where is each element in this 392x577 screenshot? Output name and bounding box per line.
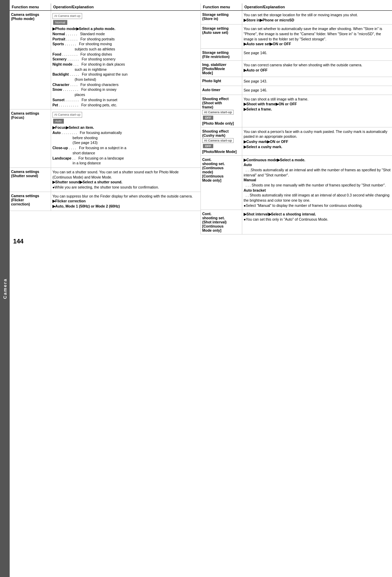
function-cell: Shooting effect(Cushy mark) At Camera st… (201, 127, 242, 155)
table-row: Camera settings(Flickercorrection) You c… (10, 192, 200, 211)
left-header-function: Function menu (10, 3, 51, 10)
operation-cell: See page 143. (242, 77, 392, 86)
function-name: Shooting effect(Cushy mark) (202, 129, 228, 137)
table-row: Storage setting(Store in) You can set th… (201, 11, 392, 25)
default-badge-row: Auto (52, 119, 199, 125)
mode-auto: Auto (244, 162, 391, 167)
function-cell: Storage setting(Store in) (201, 11, 242, 24)
function-cell: Img. stabilizer[Photo/MovieMode] (201, 61, 242, 77)
function-name: Camera settings(Photo mode) (11, 12, 39, 21)
default-badge-row: Normal (52, 20, 199, 26)
function-name: Camera settings(Focus) (11, 111, 39, 119)
operation-line: ▶Continuous mode▶Select a mode. (244, 157, 391, 163)
table-row: Photo light See page 143. (201, 77, 392, 86)
function-cell: Auto timer (201, 86, 242, 95)
function-cell: Storage setting(File restriction) (201, 49, 242, 60)
table-row: Camera settings(Photo mode) At Camera st… (10, 11, 200, 109)
function-name: Auto timer (202, 88, 220, 92)
mode-manual: Manual (244, 177, 391, 183)
mode-auto-bracket-desc: . . Shoots automatically nine still imag… (244, 193, 391, 203)
operation-line: ▶Photo mode▶Select a photo mode. (52, 26, 199, 31)
default-badge: OFF (203, 116, 213, 120)
bullet-line: ●While you are selecting, the shutter to… (52, 185, 199, 190)
page-number: 144 (13, 238, 392, 245)
function-name: Cont.shooting set.(Shot interval)[Contin… (202, 212, 227, 232)
function-cell: Camera settings(Flickercorrection) (10, 192, 51, 211)
operation-cell: You can set whether to automatically sav… (242, 25, 392, 48)
badge-row: At Camera start-up (202, 110, 241, 115)
operation-text: You can correct camera shake for when sh… (244, 62, 391, 68)
function-cell: Storage setting(Auto save set) (201, 25, 242, 48)
left-column: Function menu Operation/Explanation Came… (10, 3, 201, 234)
operation-text: You can shoot a person's face with a cus… (244, 129, 391, 139)
right-header-function: Function menu (201, 3, 242, 10)
right-table-header: Function menu Operation/Explanation (201, 3, 392, 11)
right-column: Function menu Operation/Explanation Stor… (201, 3, 392, 234)
badge-row: At Camera start-up (52, 112, 199, 118)
two-col-table: Function menu Operation/Explanation Came… (10, 3, 392, 234)
function-cell: Camera settings(Focus) (10, 109, 51, 167)
operation-line: ▶Focus▶Select an item. (52, 125, 199, 130)
operation-text: See page 146. (244, 50, 391, 56)
table-row: Shooting effect(Shoot withframe) At Came… (201, 95, 392, 127)
function-cell: Camera settings(Shutter sound) (10, 168, 51, 192)
operation-line: ▶Shoot with frame▶ON or OFF (244, 102, 391, 107)
operation-line: ▶Select a frame. (244, 107, 391, 112)
operation-text: You can set a shutter sound. You can set… (52, 170, 199, 180)
mode-auto-desc: . . .Shoots automatically at an interval… (244, 167, 391, 177)
left-table-header: Function menu Operation/Explanation (10, 3, 200, 11)
operation-text: See page 146. (244, 88, 391, 93)
function-name: Cont.shooting set.(Continuousmode)[Conti… (202, 157, 225, 182)
operation-line: ▶Store in▶Phone or microSD (244, 18, 391, 23)
operation-cell: You can shoot a still image with a frame… (242, 95, 392, 127)
page-container: Camera Function menu Operation/Explanati… (0, 0, 392, 577)
main-content: Function menu Operation/Explanation Came… (10, 3, 392, 245)
table-row: Auto timer See page 146. (201, 86, 392, 95)
bracket-label: [Photo Mode only] (202, 121, 234, 125)
operation-cell: You can correct camera shake for when sh… (242, 61, 392, 77)
camera-sidebar: Camera (0, 0, 10, 577)
function-cell: Photo light (201, 77, 242, 86)
function-name: Shooting effect(Shoot withframe) (202, 97, 228, 109)
operation-line: ▶Select a cushy mark. (244, 144, 391, 150)
mode-list: Auto . . . . . . . . For focusing automa… (52, 130, 199, 166)
table-row: Storage setting(File restriction) See pa… (201, 49, 392, 61)
operation-cell: ▶Continuous mode▶Select a mode. Auto . .… (242, 156, 392, 210)
operation-text: You can suppress blur on the Finder disp… (52, 194, 199, 199)
function-name: Img. stabilizer[Photo/MovieMode] (202, 62, 226, 75)
bullet-line: ●You can set this only in "Auto" of Cont… (244, 217, 391, 222)
operation-line: ▶Cushy mark▶ON or OFF (244, 139, 391, 144)
function-cell: Shooting effect(Shoot withframe) At Came… (201, 95, 242, 127)
operation-text: See page 143. (244, 79, 391, 84)
default-badge: Auto (53, 119, 64, 124)
operation-cell: You can shoot a person's face with a cus… (242, 127, 392, 155)
function-name: Photo light (202, 79, 221, 83)
operation-cell: You can suppress blur on the Finder disp… (51, 192, 200, 211)
operation-cell: ▶Shot interval▶Select a shooting interva… (242, 210, 392, 234)
function-cell: Camera settings(Photo mode) (10, 11, 51, 109)
function-name: Storage setting(File restriction) (202, 50, 229, 59)
badge-row: At Camera start-up (52, 13, 199, 19)
operation-line: ▶Auto or OFF (244, 68, 391, 73)
operation-cell: You can set a shutter sound. You can set… (51, 168, 200, 192)
at-camera-badge: At Camera start-up (52, 112, 82, 118)
camera-sidebar-label: Camera (2, 278, 8, 299)
operation-text: You can shoot a still image with a frame… (244, 97, 391, 102)
table-row: Storage setting(Auto save set) You can s… (201, 25, 392, 49)
table-row: Img. stabilizer[Photo/MovieMode] You can… (201, 61, 392, 77)
operation-line: ▶Shot interval▶Select a shooting interva… (244, 212, 391, 217)
table-row: Cont.shooting set.(Continuousmode)[Conti… (201, 156, 392, 210)
table-row: Camera settings(Focus) At Camera start-u… (10, 109, 200, 168)
operation-cell: You can set the storage location for the… (242, 11, 392, 24)
at-camera-badge: At Camera start-up (52, 13, 82, 19)
function-name: Storage setting(Auto save set) (202, 26, 228, 35)
default-badge: OFF (203, 144, 213, 148)
right-header-operation: Operation/Explanation (242, 3, 392, 10)
mode-auto-bracket: Auto bracket (244, 188, 391, 193)
mode-list: Normal . . . . . . Standard mode Portrai… (52, 31, 199, 107)
operation-line: ▶Flicker correction (52, 199, 199, 204)
mode-manual-desc: . . . Shoots one by one manually with th… (244, 183, 391, 188)
function-name: Camera settings(Flickercorrection) (11, 194, 39, 206)
operation-text: You can set whether to automatically sav… (244, 26, 391, 41)
at-camera-badge: At Camera start-up (202, 138, 234, 143)
